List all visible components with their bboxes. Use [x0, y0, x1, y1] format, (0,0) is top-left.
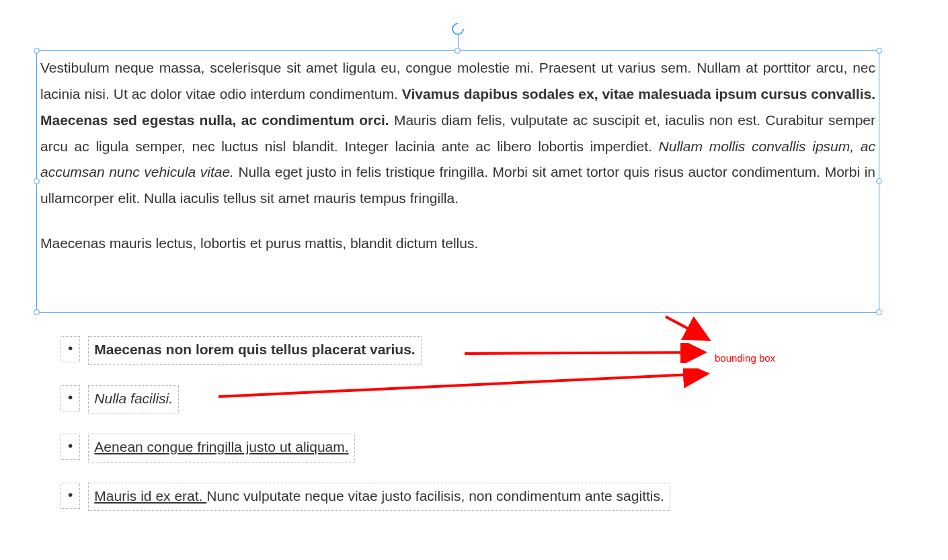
- paragraph-2: Maecenas mauris lectus, lobortis et puru…: [40, 231, 875, 257]
- list-item: • Mauris id ex erat. Nunc vulputate nequ…: [61, 483, 875, 512]
- svg-line-2: [219, 374, 707, 397]
- bullet-marker: •: [61, 385, 80, 411]
- svg-line-1: [465, 352, 705, 354]
- resize-handle-top-left[interactable]: [34, 48, 40, 54]
- annotation-arrow-icon: [461, 343, 717, 363]
- list-item-text: Nulla facilisi.: [88, 385, 179, 414]
- resize-handle-bottom-right[interactable]: [876, 309, 882, 315]
- annotation-label: bounding box: [715, 352, 775, 364]
- paragraph-1: Vestibulum neque massa, scelerisque sit …: [40, 55, 875, 212]
- resize-handle-top-right[interactable]: [876, 48, 882, 54]
- bullet-marker: •: [61, 336, 80, 362]
- text-run-underline: Mauris id ex erat.: [94, 488, 206, 504]
- list-item: • Aenean congue fringilla justo ut aliqu…: [61, 434, 875, 463]
- selected-text-frame[interactable]: Vestibulum neque massa, scelerisque sit …: [40, 55, 875, 257]
- svg-line-0: [666, 317, 709, 339]
- text-run-italic: Nulla facilisi.: [94, 391, 173, 406]
- list-item-text: Maecenas non lorem quis tellus placerat …: [88, 336, 421, 365]
- resize-handle-bottom-left[interactable]: [34, 309, 40, 315]
- list-item-text: Aenean congue fringilla justo ut aliquam…: [88, 434, 354, 463]
- annotation-arrow-icon: [215, 368, 719, 402]
- resize-handle-top-mid[interactable]: [455, 48, 461, 54]
- bullet-marker: •: [61, 434, 80, 460]
- resize-handle-mid-left[interactable]: [34, 178, 40, 184]
- text-run: Nunc vulputate neque vitae justo facilis…: [206, 488, 664, 504]
- text-run-underline: Aenean congue fringilla justo ut aliquam…: [94, 439, 348, 454]
- bulleted-list: • Maecenas non lorem quis tellus placera…: [61, 336, 875, 531]
- bullet-marker: •: [61, 483, 80, 509]
- rotate-connector: [458, 35, 459, 48]
- text-run-bold: Maecenas non lorem quis tellus placerat …: [94, 342, 415, 357]
- list-item-text: Mauris id ex erat. Nunc vulputate neque …: [88, 483, 670, 512]
- resize-handle-mid-right[interactable]: [876, 178, 882, 184]
- rotate-handle-icon[interactable]: [449, 20, 466, 37]
